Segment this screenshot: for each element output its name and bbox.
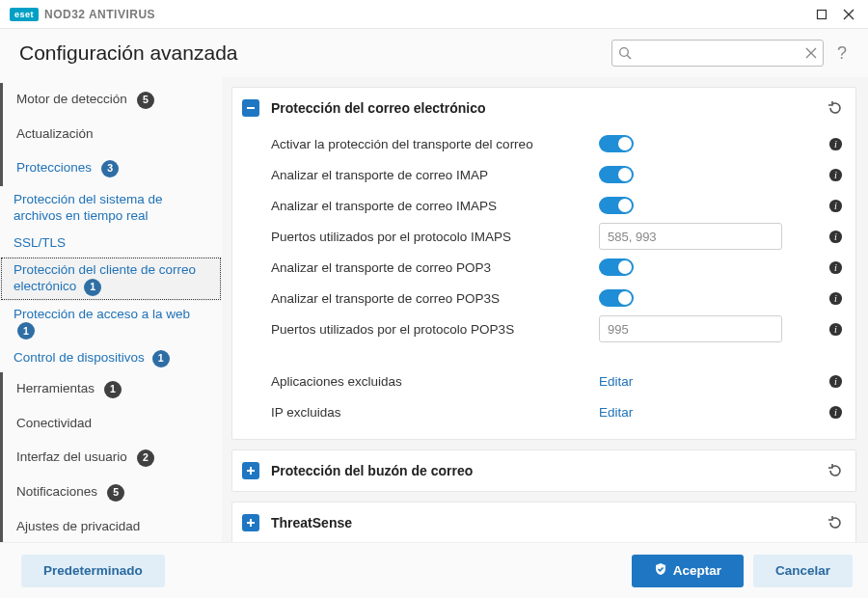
sidebar-badge: 1: [152, 350, 170, 367]
sidebar-item-interfaz-usuario[interactable]: Interfaz del usuario 2: [0, 441, 222, 476]
sidebar-item-herramientas[interactable]: Herramientas 1: [0, 372, 222, 407]
svg-rect-0: [818, 10, 827, 18]
panel-header[interactable]: Protección del buzón de correo: [232, 450, 855, 491]
search-input[interactable]: [611, 40, 824, 67]
close-button[interactable]: [835, 3, 862, 26]
sidebar-item-ajustes-privacidad[interactable]: Ajustes de privacidad: [0, 510, 222, 542]
sidebar-sub-proteccion-archivos[interactable]: Protección del sistema de archivos en ti…: [0, 186, 222, 230]
panel-header[interactable]: ThreatSense: [232, 503, 855, 542]
edit-excluded-ips-link[interactable]: Editar: [599, 405, 633, 420]
reset-icon[interactable]: [827, 462, 844, 479]
panel-title: Protección del correo electrónico: [271, 100, 815, 116]
sidebar-item-label: Protección del cliente de correo electró…: [14, 262, 196, 294]
clear-search-icon[interactable]: [805, 47, 817, 59]
shield-icon: [654, 562, 667, 579]
panel-header[interactable]: Protección del correo electrónico: [232, 88, 855, 128]
expand-icon[interactable]: [242, 462, 259, 479]
sidebar-badge: 5: [137, 92, 154, 109]
setting-label: IP excluidas: [271, 405, 589, 420]
svg-rect-2: [247, 107, 255, 109]
sidebar-sub-control-dispositivos[interactable]: Control de dispositivos 1: [0, 344, 222, 371]
sidebar: Motor de detección 5 Actualización Prote…: [0, 77, 222, 542]
info-icon[interactable]: i: [827, 199, 844, 213]
row-enable-transport: Activar la protección del transporte del…: [271, 128, 844, 159]
svg-text:i: i: [834, 139, 837, 150]
button-label: Cancelar: [775, 563, 830, 578]
row-imaps-ports: Puertos utilizados por el protocolo IMAP…: [271, 221, 844, 252]
info-icon[interactable]: i: [827, 230, 844, 244]
setting-label: Analizar el transporte de correo IMAPS: [271, 199, 589, 213]
sidebar-item-notificaciones[interactable]: Notificaciones 5: [0, 476, 222, 510]
accept-button[interactable]: Aceptar: [632, 555, 744, 587]
info-icon[interactable]: i: [827, 291, 844, 306]
sidebar-item-protecciones[interactable]: Protecciones 3: [0, 151, 222, 186]
button-label: Aceptar: [673, 563, 721, 578]
toggle-enable-transport[interactable]: [599, 135, 634, 152]
svg-text:i: i: [834, 201, 837, 211]
sidebar-item-conectividad[interactable]: Conectividad: [0, 407, 222, 441]
expand-icon[interactable]: [242, 514, 259, 531]
info-icon[interactable]: i: [827, 405, 844, 420]
toggle-pop3[interactable]: [599, 258, 634, 276]
default-button[interactable]: Predeterminado: [21, 555, 165, 587]
collapse-icon[interactable]: [242, 99, 259, 117]
info-icon[interactable]: i: [827, 137, 844, 151]
maximize-icon: [816, 9, 827, 20]
sidebar-sub-ssl-tls[interactable]: SSL/TLS: [0, 230, 222, 257]
footer: Predeterminado Aceptar Cancelar: [0, 542, 868, 598]
setting-label: Puertos utilizados por el protocolo POP3…: [271, 322, 589, 337]
product-name: NOD32 ANTIVIRUS: [44, 8, 155, 21]
sidebar-item-label: Interfaz del usuario: [16, 449, 127, 466]
panel-title: ThreatSense: [271, 515, 815, 530]
sidebar-item-label: Protecciones: [16, 160, 92, 177]
svg-text:i: i: [834, 324, 837, 335]
page-header: Configuración avanzada ?: [0, 29, 868, 77]
svg-rect-24: [247, 522, 255, 524]
panel-email-protection: Protección del correo electrónico Activa…: [231, 87, 856, 440]
imaps-ports-input[interactable]: [599, 223, 782, 250]
sidebar-badge: 1: [17, 322, 35, 340]
svg-text:i: i: [834, 262, 837, 273]
sidebar-sub-proteccion-correo[interactable]: Protección del cliente de correo electró…: [0, 257, 222, 301]
sidebar-item-label: Actualización: [16, 126, 94, 143]
sidebar-badge: 1: [84, 279, 101, 296]
svg-point-1: [620, 48, 629, 57]
brand-badge: eset: [10, 8, 39, 21]
toggle-pop3s[interactable]: [599, 289, 634, 307]
sidebar-item-actualizacion[interactable]: Actualización: [0, 118, 222, 151]
maximize-button[interactable]: [808, 3, 835, 26]
row-pop3s: Analizar el transporte de correo POP3S i: [271, 283, 844, 313]
close-icon: [843, 9, 854, 20]
info-icon[interactable]: i: [827, 260, 844, 275]
svg-text:i: i: [834, 376, 837, 387]
edit-excluded-apps-link[interactable]: Editar: [599, 374, 633, 389]
info-icon[interactable]: i: [827, 322, 844, 337]
sidebar-item-label: Protección de acceso a la web: [14, 307, 190, 321]
sidebar-item-motor-deteccion[interactable]: Motor de detección 5: [0, 83, 222, 118]
svg-rect-22: [247, 470, 255, 472]
panel-mailbox-protection: Protección del buzón de correo: [231, 449, 856, 492]
sidebar-item-label: Protección del sistema de archivos en ti…: [14, 192, 163, 224]
page-title: Configuración avanzada: [19, 41, 611, 65]
toggle-imaps[interactable]: [599, 197, 634, 214]
sidebar-sub-proteccion-web[interactable]: Protección de acceso a la web 1: [0, 301, 222, 345]
setting-label: Puertos utilizados por el protocolo IMAP…: [271, 230, 589, 244]
sidebar-item-label: Motor de detección: [16, 92, 127, 108]
setting-label: Aplicaciones excluidas: [271, 374, 589, 389]
info-icon[interactable]: i: [827, 374, 844, 389]
sidebar-item-label: Control de dispositivos: [14, 350, 145, 365]
svg-text:i: i: [834, 170, 837, 180]
reset-icon[interactable]: [827, 514, 844, 531]
main-content: Protección del correo electrónico Activa…: [222, 77, 868, 542]
svg-text:i: i: [834, 293, 837, 304]
cancel-button[interactable]: Cancelar: [753, 555, 853, 587]
reset-icon[interactable]: [827, 99, 844, 117]
row-excluded-apps: Aplicaciones excluidas Editar i: [271, 366, 844, 396]
svg-text:i: i: [834, 231, 837, 242]
info-icon[interactable]: i: [827, 168, 844, 182]
toggle-imap[interactable]: [599, 166, 634, 183]
pop3s-ports-input[interactable]: [599, 315, 782, 342]
svg-text:i: i: [834, 407, 837, 418]
sidebar-item-label: Notificaciones: [16, 484, 97, 501]
help-button[interactable]: ?: [829, 40, 854, 67]
